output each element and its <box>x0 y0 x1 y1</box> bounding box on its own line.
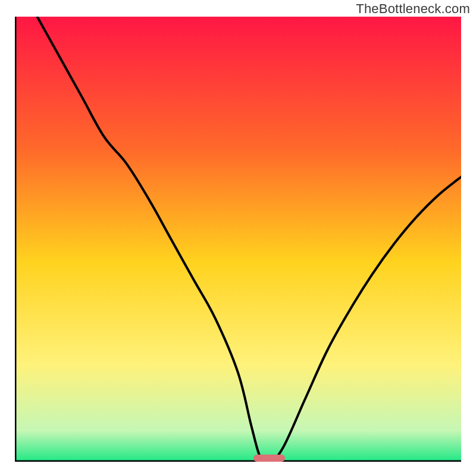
chart-svg <box>15 17 461 462</box>
chart-frame: TheBottleneck.com <box>0 0 476 476</box>
watermark-text: TheBottleneck.com <box>356 1 470 17</box>
optimal-marker <box>253 455 285 462</box>
gradient-background <box>15 17 461 462</box>
bottleneck-plot <box>15 17 461 462</box>
